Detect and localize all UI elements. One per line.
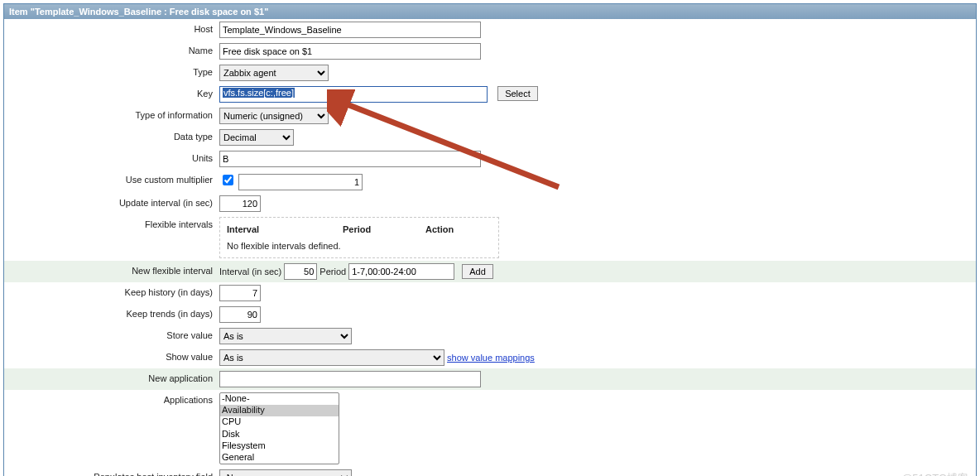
multiplier-checkbox[interactable] xyxy=(223,175,233,185)
inventory-select[interactable]: -None- xyxy=(219,469,352,476)
label-applications: Applications xyxy=(4,392,219,405)
flex-col-action: Action xyxy=(425,224,475,234)
label-update-interval: Update interval (in sec) xyxy=(4,195,219,208)
label-info-type: Type of information xyxy=(4,108,219,120)
form-body: Host Name Type Zabbix agent Key vfs xyxy=(4,19,976,476)
label-key: Key xyxy=(4,86,219,99)
new-flex-interval-input[interactable] xyxy=(284,263,317,280)
label-name: Name xyxy=(4,43,219,55)
units-input[interactable] xyxy=(219,151,481,167)
data-type-select[interactable]: Decimal xyxy=(219,129,294,146)
store-value-select[interactable]: As is xyxy=(219,328,352,344)
label-type: Type xyxy=(4,65,219,77)
label-inventory: Populates host inventory field xyxy=(4,469,219,476)
new-app-input[interactable] xyxy=(219,371,481,387)
new-flex-period-label: Period xyxy=(319,267,346,276)
watermark: @51CTO博客 xyxy=(901,471,968,476)
flex-empty-text: No flexible intervals defined. xyxy=(227,241,492,251)
label-units: Units xyxy=(4,151,219,163)
key-value: vfs.fs.size[c:,free] xyxy=(223,88,295,98)
type-select[interactable]: Zabbix agent xyxy=(219,65,329,81)
add-button[interactable]: Add xyxy=(462,264,493,279)
label-multiplier: Use custom multiplier xyxy=(4,172,219,185)
show-value-select[interactable]: As is xyxy=(219,349,444,366)
label-keep-history: Keep history (in days) xyxy=(4,285,219,297)
name-input[interactable] xyxy=(219,43,481,60)
window-title: Item "Template_Windows_Baseline : Free d… xyxy=(4,4,976,19)
label-flexible: Flexible intervals xyxy=(4,217,219,229)
flex-col-interval: Interval xyxy=(227,224,343,234)
keep-history-input[interactable] xyxy=(219,285,261,301)
host-input[interactable] xyxy=(219,22,481,38)
label-new-app: New application xyxy=(4,371,219,383)
applications-listbox[interactable]: -None- Availability CPU Disk Filesystem … xyxy=(219,392,339,464)
key-input[interactable]: vfs.fs.size[c:,free] xyxy=(219,86,488,103)
label-host: Host xyxy=(4,22,219,34)
new-flex-interval-label: Interval (in sec) xyxy=(219,267,281,276)
label-new-flexible: New flexible interval xyxy=(4,263,219,276)
update-interval-input[interactable] xyxy=(219,195,261,212)
label-keep-trends: Keep trends (in days) xyxy=(4,306,219,319)
item-form-window: Item "Template_Windows_Baseline : Free d… xyxy=(3,3,977,476)
label-data-type: Data type xyxy=(4,129,219,142)
select-button[interactable]: Select xyxy=(497,86,538,101)
label-store-value: Store value xyxy=(4,328,219,340)
info-type-select[interactable]: Numeric (unsigned) xyxy=(219,108,329,124)
flex-col-period: Period xyxy=(343,224,425,234)
keep-trends-input[interactable] xyxy=(219,306,261,323)
flexible-intervals-table: Interval Period Action No flexible inter… xyxy=(219,217,499,258)
new-flex-period-input[interactable] xyxy=(348,263,454,280)
show-value-mappings-link[interactable]: show value mappings xyxy=(447,353,535,363)
label-show-value: Show value xyxy=(4,349,219,362)
multiplier-input[interactable] xyxy=(238,174,363,190)
